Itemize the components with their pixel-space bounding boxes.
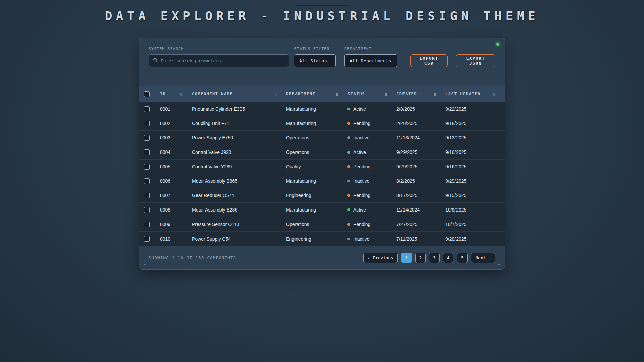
- table-row: 0010 Power Supply C54 Engineering Inacti…: [139, 232, 505, 246]
- table-row: 0003 Power Supply E750 Operations Inacti…: [139, 131, 505, 145]
- cell-last-updated: 9/15/2025: [445, 193, 505, 198]
- status-dot: [347, 136, 350, 139]
- row-checkbox[interactable]: [144, 178, 150, 184]
- cell-created: 7/11/2025: [396, 236, 445, 242]
- cell-status: Inactive: [347, 178, 396, 184]
- cell-department: Manufacturing: [286, 207, 347, 213]
- data-explorer-panel: SYSTEM SEARCH STATUS FILTER All Status D…: [139, 38, 505, 270]
- table-row: 0002 Coupling Unit F71 Manufacturing Pen…: [139, 116, 505, 131]
- row-checkbox[interactable]: [144, 222, 150, 227]
- status-filter-select[interactable]: All Status: [294, 54, 336, 67]
- row-checkbox[interactable]: [144, 164, 150, 170]
- search-label: SYSTEM SEARCH: [149, 47, 289, 51]
- column-label: COMPONENT NAME: [192, 92, 233, 96]
- cell-last-updated: 9/29/2025: [445, 178, 505, 184]
- cell-component-name: Control Valve Y289: [192, 164, 286, 169]
- row-checkbox[interactable]: [144, 193, 150, 198]
- column-header-status[interactable]: STATUS ⇅: [347, 92, 396, 97]
- cell-id: 0006: [160, 178, 192, 184]
- cell-status: Pending: [347, 222, 396, 227]
- column-header-last-updated[interactable]: LAST UPDATED ⇅: [445, 92, 505, 97]
- cell-last-updated: 9/16/2025: [445, 149, 505, 155]
- column-label: LAST UPDATED: [445, 92, 481, 96]
- cell-last-updated: 10/7/2025: [445, 222, 505, 227]
- status-label: Pending: [353, 121, 370, 126]
- cell-department: Manufacturing: [286, 121, 347, 126]
- row-checkbox[interactable]: [144, 207, 150, 213]
- row-checkbox[interactable]: [144, 135, 150, 141]
- row-checkbox[interactable]: [144, 149, 150, 155]
- cell-id: 0002: [160, 121, 192, 126]
- search-box[interactable]: [149, 54, 289, 67]
- cell-department: Engineering: [286, 193, 347, 198]
- table-body: 0001 Pneumatic Cylinder E395 Manufacturi…: [139, 102, 505, 246]
- select-all-checkbox[interactable]: [144, 91, 150, 97]
- row-checkbox[interactable]: [144, 236, 150, 242]
- next-page-button[interactable]: Next →: [471, 253, 495, 263]
- previous-page-button[interactable]: ← Previous: [363, 253, 398, 263]
- cell-id: 0001: [160, 106, 192, 112]
- row-checkbox[interactable]: [144, 106, 150, 112]
- sort-icon[interactable]: ⇅: [434, 92, 437, 97]
- export-csv-button[interactable]: EXPORT CSV: [410, 54, 448, 67]
- cell-component-name: Motor Assembly B865: [192, 178, 286, 184]
- department-filter-select[interactable]: All Departments: [344, 54, 397, 67]
- status-dot: [347, 165, 350, 168]
- search-input[interactable]: [161, 58, 285, 63]
- sort-icon[interactable]: ⇅: [274, 92, 277, 97]
- cell-created: 11/14/2024: [396, 207, 445, 213]
- sort-icon[interactable]: ⇅: [336, 92, 339, 97]
- table-row: 0009 Pressure Sensor O110 Operations Pen…: [139, 217, 505, 232]
- column-header-department[interactable]: DEPARTMENT ⇅: [286, 92, 347, 97]
- row-checkbox[interactable]: [144, 121, 150, 126]
- page-button-2[interactable]: 2: [415, 253, 426, 263]
- search-icon: [153, 58, 158, 64]
- top-accent-line: [295, 5, 349, 6]
- cell-status: Pending: [347, 121, 396, 126]
- status-indicator-light: [496, 43, 499, 46]
- cell-component-name: Pressure Sensor O110: [192, 222, 286, 227]
- cell-component-name: Pneumatic Cylinder E395: [192, 106, 286, 112]
- export-json-button[interactable]: EXPORT JSON: [456, 54, 495, 67]
- cell-last-updated: 9/13/2025: [445, 135, 505, 140]
- cell-status: Inactive: [347, 236, 396, 242]
- page-button-5[interactable]: 5: [457, 253, 468, 263]
- cell-status: Active: [347, 207, 396, 213]
- cell-created: 8/2/2025: [396, 178, 445, 184]
- status-dot: [347, 151, 350, 154]
- page-title: DATA EXPLORER - INDUSTRIAL DESIGN THEME: [0, 9, 644, 23]
- page-button-3[interactable]: 3: [429, 253, 440, 263]
- cell-status: Inactive: [347, 135, 396, 140]
- cell-created: 7/27/2025: [396, 222, 445, 227]
- cell-department: Quality: [286, 164, 347, 169]
- cell-component-name: Control Valve J930: [192, 149, 286, 155]
- column-header-id[interactable]: ID ⇅: [160, 92, 192, 97]
- cell-department: Manufacturing: [286, 178, 347, 184]
- status-label: Pending: [353, 222, 370, 227]
- department-filter-group: DEPARTMENT All Departments: [344, 47, 397, 67]
- panel-rivet-right: [498, 264, 500, 265]
- page-button-1[interactable]: 1: [401, 253, 412, 263]
- cell-department: Operations: [286, 149, 347, 155]
- sort-icon[interactable]: ⇅: [385, 92, 388, 97]
- cell-department: Engineering: [286, 236, 347, 242]
- column-header-component-name[interactable]: COMPONENT NAME ⇅: [192, 92, 286, 97]
- table-row: 0007 Gear Reducer O574 Engineering Pendi…: [139, 188, 505, 203]
- column-label: DEPARTMENT: [286, 92, 315, 96]
- results-summary: SHOWING 1-10 OF 150 COMPONENTS: [149, 256, 236, 260]
- status-filter-label: STATUS FILTER: [294, 47, 340, 51]
- table-row: 0006 Motor Assembly B865 Manufacturing I…: [139, 174, 505, 188]
- sort-icon[interactable]: ⇅: [180, 92, 183, 97]
- column-header-created[interactable]: CREATED ⇅: [396, 92, 445, 97]
- filter-bar: SYSTEM SEARCH STATUS FILTER All Status D…: [139, 38, 505, 86]
- sort-icon[interactable]: ⇅: [493, 92, 496, 97]
- cell-created: 9/29/2025: [396, 149, 445, 155]
- page-button-4[interactable]: 4: [443, 253, 454, 263]
- cell-status: Active: [347, 106, 396, 112]
- panel-rivet-left: [144, 264, 146, 265]
- status-label: Pending: [353, 193, 370, 198]
- column-label: CREATED: [396, 92, 417, 96]
- cell-component-name: Motor Assembly E286: [192, 207, 286, 213]
- table-row: 0001 Pneumatic Cylinder E395 Manufacturi…: [139, 102, 505, 116]
- status-dot: [347, 194, 350, 197]
